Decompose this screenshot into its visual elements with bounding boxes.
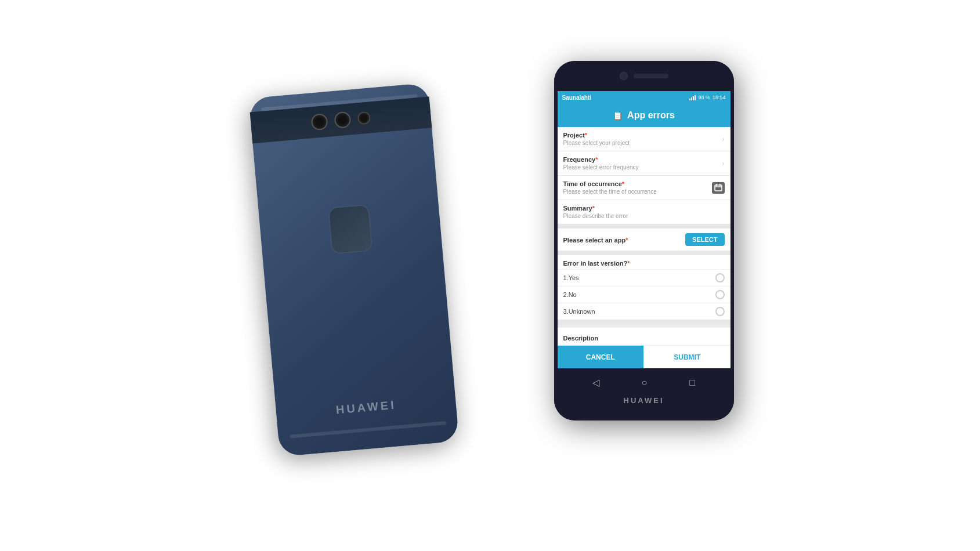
time-text: 18:54 [713, 95, 726, 100]
time-label: Time of occurrence* [563, 180, 712, 187]
radio-unknown-label: 3.Unknown [563, 308, 595, 315]
app-select-section: Please select an app* SELECT [558, 229, 731, 255]
speaker [634, 74, 668, 78]
radio-yes-circle[interactable] [715, 273, 725, 282]
app-header-icon: 📋 [613, 111, 623, 120]
select-app-button[interactable]: SELECT [685, 233, 724, 246]
app-title: App errors [627, 110, 675, 121]
time-placeholder: Please select the time of occurrence [563, 188, 712, 195]
project-field[interactable]: Project* Please select your project › [558, 127, 731, 151]
frequency-label: Frequency* [563, 156, 722, 163]
bottom-buttons: CANCEL SUBMIT [558, 345, 731, 368]
camera-lens-2 [334, 111, 351, 129]
submit-button[interactable]: SUBMIT [643, 346, 731, 368]
bottom-bezel: ◁ ○ □ HUAWEI [554, 368, 734, 420]
back-brand: HUAWEI [276, 393, 456, 422]
radio-no-label: 2.No [563, 291, 577, 298]
frequency-chevron-icon: › [722, 160, 725, 168]
phone-back: HUAWEI [248, 83, 459, 457]
app-select-label-wrap: Please select an app* [563, 234, 628, 245]
cancel-button[interactable]: CANCEL [558, 346, 644, 368]
scene: HUAWEI Saunalahti 98 % [229, 44, 751, 507]
signal-icon [689, 95, 696, 100]
time-field-inner: Time of occurrence* Please select the ti… [563, 180, 712, 195]
time-field[interactable]: Time of occurrence* Please select the ti… [558, 176, 731, 200]
phone-front: Saunalahti 98 % 18:54 📋 App errors [554, 61, 734, 420]
project-placeholder: Please select your project [563, 140, 722, 146]
summary-label: Summary* [563, 205, 725, 212]
form-content: Project* Please select your project › Fr… [558, 127, 731, 347]
status-bar: Saunalahti 98 % 18:54 [558, 91, 731, 104]
project-chevron-icon: › [722, 135, 725, 143]
top-bezel [554, 61, 734, 91]
radio-item-yes[interactable]: 1.Yes [558, 269, 731, 286]
back-nav-icon[interactable]: ◁ [592, 377, 599, 388]
calendar-icon[interactable] [712, 182, 725, 194]
nav-bar: ◁ ○ □ [554, 371, 734, 394]
summary-placeholder: Please describe the error [563, 213, 725, 219]
camera-lens-1 [310, 113, 328, 130]
summary-field[interactable]: Summary* Please describe the error [558, 200, 731, 229]
radio-item-unknown[interactable]: 3.Unknown [558, 303, 731, 320]
radio-item-no[interactable]: 2.No [558, 286, 731, 303]
project-field-inner: Project* Please select your project [563, 132, 722, 146]
frequency-field[interactable]: Frequency* Please select error frequency… [558, 151, 731, 176]
camera-lens-3 [357, 111, 371, 125]
description-section: Description [558, 328, 731, 347]
recents-nav-icon[interactable]: □ [689, 378, 695, 388]
front-brand: HUAWEI [624, 396, 664, 405]
radio-group-label: Error in last version?* [558, 255, 731, 269]
battery-text: 98 % [698, 95, 710, 100]
bottom-strip [290, 421, 446, 438]
carrier-text: Saunalahti [562, 95, 592, 101]
radio-section: Error in last version?* 1.Yes 2.No 3.Unk… [558, 255, 731, 324]
phone-screen: Saunalahti 98 % 18:54 📋 App errors [558, 91, 731, 368]
radio-unknown-circle[interactable] [715, 307, 725, 316]
svg-rect-0 [715, 185, 722, 191]
status-right: 98 % 18:54 [689, 95, 725, 100]
radio-yes-label: 1.Yes [563, 274, 579, 281]
home-nav-icon[interactable]: ○ [642, 378, 648, 388]
front-camera [620, 72, 628, 80]
app-header: 📋 App errors [558, 104, 731, 127]
app-select-label: Please select an app* [563, 237, 628, 244]
frequency-placeholder: Please select error frequency [563, 164, 722, 171]
radio-no-circle[interactable] [715, 290, 725, 299]
fingerprint-sensor [328, 204, 373, 254]
frequency-field-inner: Frequency* Please select error frequency [563, 156, 722, 171]
project-label: Project* [563, 132, 722, 139]
description-label: Description [563, 335, 599, 342]
